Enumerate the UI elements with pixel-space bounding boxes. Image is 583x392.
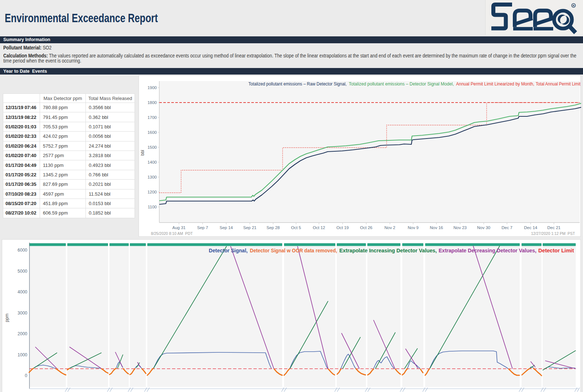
- svg-text:Oct 26: Oct 26: [360, 225, 372, 230]
- svg-text:1200: 1200: [147, 190, 157, 194]
- svg-text:Nov 16: Nov 16: [430, 225, 443, 230]
- svg-text:bbl: bbl: [140, 150, 145, 156]
- svg-text:12/27/2020 1:12 PM PST: 12/27/2020 1:12 PM PST: [531, 231, 575, 236]
- svg-text:0: 0: [25, 373, 27, 378]
- svg-text:R: R: [572, 4, 575, 7]
- svg-text:1900: 1900: [147, 85, 157, 90]
- svg-text:8/25/2020 8:10 AM PDT: 8/25/2020 8:10 AM PDT: [151, 231, 193, 236]
- svg-text:6000: 6000: [17, 248, 27, 253]
- svg-text:3000: 3000: [17, 311, 27, 316]
- svg-text:1800: 1800: [147, 100, 157, 105]
- svg-text:1100: 1100: [148, 205, 157, 209]
- svg-text:Extrapolate Decreasing Detecto: Extrapolate Decreasing Detector Values,: [439, 248, 536, 253]
- svg-text:Extrapolate Increasing Detecto: Extrapolate Increasing Detector Values,: [339, 248, 437, 253]
- svg-text:Dec 21: Dec 21: [547, 225, 560, 230]
- svg-text:Sep 28: Sep 28: [267, 225, 280, 230]
- svg-text:Oct 5: Oct 5: [291, 225, 301, 230]
- svg-text:Annual Permit Limit Linearized: Annual Permit Limit Linearized by Month,: [456, 81, 534, 87]
- svg-text:Nov 30: Nov 30: [477, 225, 490, 230]
- svg-text:ppm: ppm: [4, 313, 9, 322]
- svg-text:Sep 14: Sep 14: [220, 225, 233, 230]
- svg-text:Dec 14: Dec 14: [524, 225, 538, 230]
- svg-text:Sep 21: Sep 21: [243, 225, 256, 230]
- svg-text:1500: 1500: [147, 145, 157, 149]
- svg-text:4000: 4000: [17, 289, 27, 295]
- svg-text:Nov 9: Nov 9: [408, 225, 419, 230]
- svg-text:Totalized pollutant emissions: Totalized pollutant emissions – Raw Dete…: [248, 81, 347, 87]
- svg-text:1400: 1400: [147, 160, 157, 164]
- svg-text:Total Annual Permit Limit: Total Annual Permit Limit: [536, 81, 581, 87]
- svg-text:1600: 1600: [147, 130, 157, 135]
- svg-text:Detector Signal w OOR data rem: Detector Signal w OOR data removed,: [250, 248, 337, 253]
- svg-text:Oct 12: Oct 12: [313, 225, 325, 230]
- svg-text:Nov 2: Nov 2: [384, 225, 395, 230]
- svg-text:5000: 5000: [17, 269, 27, 274]
- svg-text:Detector Limit: Detector Limit: [538, 248, 574, 253]
- svg-text:Oct 19: Oct 19: [336, 225, 349, 230]
- svg-text:Totalized pollutant emissions: Totalized pollutant emissions – Detector…: [349, 81, 454, 87]
- svg-text:1700: 1700: [147, 115, 157, 120]
- svg-text:1300: 1300: [147, 175, 157, 179]
- svg-text:Dec 7: Dec 7: [502, 225, 512, 230]
- svg-text:Nov 23: Nov 23: [454, 225, 467, 230]
- svg-text:Detector Signal,: Detector Signal,: [209, 248, 248, 253]
- svg-text:Aug 31: Aug 31: [172, 225, 185, 230]
- svg-text:2000: 2000: [17, 331, 27, 336]
- svg-text:Sep 7: Sep 7: [197, 225, 208, 230]
- svg-text:1000: 1000: [17, 352, 27, 357]
